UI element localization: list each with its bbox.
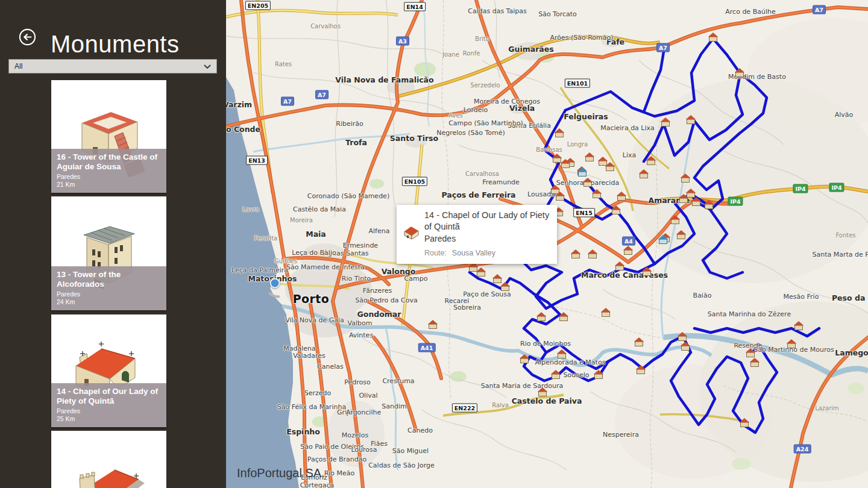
monument-marker[interactable] xyxy=(786,339,797,348)
monument-marker[interactable] xyxy=(638,169,649,178)
monument-marker[interactable] xyxy=(708,33,719,42)
monument-marker[interactable] xyxy=(614,261,625,271)
monument-marker[interactable] xyxy=(500,282,511,291)
monument-caption: 14 - Chapel of Our Lady of Piety of Quin… xyxy=(51,383,166,427)
monument-marker[interactable] xyxy=(537,387,548,396)
chevron-down-icon xyxy=(204,64,211,69)
monument-place: Paredes xyxy=(57,407,161,415)
monument-marker[interactable] xyxy=(587,249,598,258)
monument-marker[interactable] xyxy=(582,178,593,187)
monument-marker[interactable] xyxy=(427,320,438,329)
app-window: { "app": {"title": "Monuments"}, "filter… xyxy=(0,0,868,488)
monument-marker[interactable] xyxy=(600,308,611,317)
filter-selected-value: All xyxy=(14,62,22,70)
monument-marker[interactable] xyxy=(734,68,745,77)
popup-place: Paredes xyxy=(424,233,551,245)
monument-marker[interactable] xyxy=(670,215,681,224)
monument-marker[interactable] xyxy=(558,312,569,321)
monument-marker[interactable] xyxy=(680,174,691,183)
monument-marker[interactable] xyxy=(555,192,565,201)
monument-title: 16 - Tower of the Castle of Aguiar de So… xyxy=(57,152,161,172)
back-button[interactable] xyxy=(19,28,36,46)
monument-illustration xyxy=(51,431,166,488)
popup-route-value: Sousa Valley xyxy=(452,249,495,257)
monument-marker[interactable] xyxy=(584,152,595,161)
monument-marker[interactable] xyxy=(793,321,804,330)
monument-card[interactable]: 14 - Chapel of Our Lady of Piety of Quin… xyxy=(51,314,166,427)
map-attribution: InfoPortugal SA. xyxy=(237,466,325,480)
monument-card[interactable]: 13 - Tower of the Alcoforados Paredes 24… xyxy=(51,196,166,310)
monument-marker[interactable] xyxy=(560,159,571,168)
monument-marker[interactable] xyxy=(605,162,615,171)
monument-title: 14 - Chapel of Our Lady of Piety of Quin… xyxy=(57,387,161,406)
sidebar: Monuments All 16 - Tower of xyxy=(0,0,226,488)
monument-marker[interactable] xyxy=(680,342,691,351)
monument-marker[interactable] xyxy=(703,200,714,209)
monument-distance: 24 Km xyxy=(57,298,161,306)
monument-marker[interactable] xyxy=(556,349,567,358)
monument-marker[interactable] xyxy=(635,365,646,374)
monument-marker[interactable] xyxy=(677,332,688,341)
monument-marker[interactable] xyxy=(739,418,750,427)
monument-marker[interactable] xyxy=(593,370,604,379)
monument-marker[interactable] xyxy=(678,194,689,203)
monument-marker[interactable] xyxy=(749,358,760,367)
monument-marker[interactable] xyxy=(591,189,602,198)
popup-route: Route:Sousa Valley xyxy=(424,248,551,258)
monument-popup-icon xyxy=(402,225,420,240)
popup-route-label: Route: xyxy=(424,249,447,257)
monument-marker[interactable] xyxy=(745,348,756,357)
monument-marker[interactable] xyxy=(660,117,671,127)
popup-title: 14 - Chapel of Our Lady of Piety of Quin… xyxy=(424,210,551,233)
monument-marker[interactable] xyxy=(616,192,627,201)
monument-place: Paredes xyxy=(57,290,161,298)
monument-marker[interactable] xyxy=(570,249,581,258)
monument-marker[interactable] xyxy=(577,167,588,177)
monument-marker[interactable] xyxy=(634,337,644,346)
monument-marker[interactable] xyxy=(623,246,634,255)
monument-card[interactable] xyxy=(51,431,166,488)
monument-marker[interactable] xyxy=(554,128,565,137)
monument-place: Paredes xyxy=(57,173,161,181)
monument-distance: 25 Km xyxy=(57,415,161,423)
filter-dropdown[interactable]: All xyxy=(8,59,217,74)
monument-marker[interactable] xyxy=(641,267,652,276)
monument-caption: 13 - Tower of the Alcoforados Paredes 24… xyxy=(51,266,166,310)
monument-list: 16 - Tower of the Castle of Aguiar de So… xyxy=(51,80,166,488)
monument-marker[interactable] xyxy=(476,267,486,277)
monument-card[interactable]: 16 - Tower of the Castle of Aguiar de So… xyxy=(51,80,166,193)
monument-caption: 16 - Tower of the Castle of Aguiar de So… xyxy=(51,149,166,193)
monument-marker[interactable] xyxy=(536,312,547,321)
monument-title: 13 - Tower of the Alcoforados xyxy=(57,270,161,289)
map-popup[interactable]: 14 - Chapel of Our Lady of Piety of Quin… xyxy=(397,205,557,264)
monument-marker[interactable] xyxy=(550,370,561,379)
monument-marker[interactable] xyxy=(519,354,530,363)
monument-marker[interactable] xyxy=(691,197,702,206)
monument-marker[interactable] xyxy=(658,235,668,244)
monument-marker[interactable] xyxy=(685,115,696,124)
monument-marker[interactable] xyxy=(676,230,687,239)
monument-marker[interactable] xyxy=(646,156,656,165)
current-location-dot xyxy=(270,278,280,289)
monument-marker[interactable] xyxy=(611,205,621,214)
page-title: Monuments xyxy=(51,31,179,58)
monument-distance: 21 Km xyxy=(57,181,161,189)
